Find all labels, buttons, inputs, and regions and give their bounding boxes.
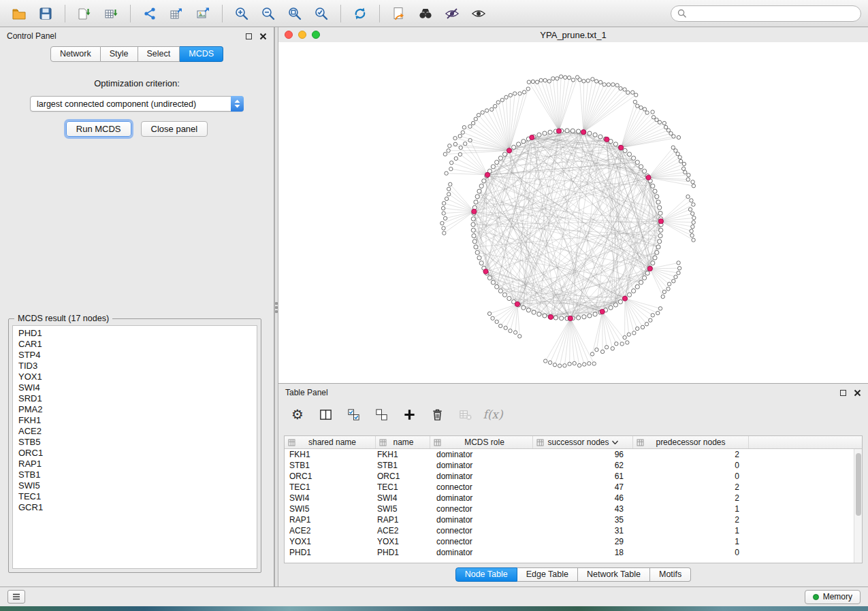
network-leaf-node[interactable]: [666, 287, 670, 291]
mcds-result-item[interactable]: YOX1: [13, 371, 257, 382]
network-leaf-node[interactable]: [677, 261, 680, 265]
network-leaf-node[interactable]: [504, 326, 507, 329]
network-leaf-node[interactable]: [526, 87, 530, 90]
network-leaf-node[interactable]: [631, 90, 634, 94]
column-header-shared-name[interactable]: shared name: [285, 436, 376, 448]
network-node[interactable]: [491, 280, 495, 284]
zoom-fit-button[interactable]: [283, 3, 307, 24]
network-leaf-node[interactable]: [586, 79, 590, 82]
tab-node-table[interactable]: Node Table: [455, 567, 517, 582]
network-leaf-node[interactable]: [634, 93, 638, 97]
tab-motifs[interactable]: Motifs: [650, 567, 691, 582]
network-leaf-node[interactable]: [595, 348, 598, 351]
network-node[interactable]: [543, 314, 547, 318]
network-leaf-node[interactable]: [539, 78, 543, 82]
table-row[interactable]: ACE2ACE2connector311: [285, 525, 862, 536]
network-node[interactable]: [577, 129, 581, 133]
network-leaf-node[interactable]: [592, 362, 596, 365]
network-leaf-node[interactable]: [513, 331, 517, 334]
mcds-result-item[interactable]: GCR1: [13, 502, 257, 513]
mcds-result-item[interactable]: RAP1: [13, 459, 257, 469]
network-dominator-node[interactable]: [581, 130, 585, 135]
network-node[interactable]: [471, 222, 475, 227]
scrollbar-thumb[interactable]: [856, 453, 861, 516]
network-leaf-node[interactable]: [491, 316, 494, 320]
network-leaf-node[interactable]: [527, 80, 530, 84]
network-leaf-node[interactable]: [602, 83, 606, 86]
mcds-result-item[interactable]: STP4: [13, 350, 257, 361]
network-leaf-node[interactable]: [643, 108, 646, 111]
mcds-result-item[interactable]: PMA2: [13, 404, 257, 415]
network-leaf-node[interactable]: [454, 156, 457, 160]
network-node[interactable]: [656, 245, 660, 249]
network-node[interactable]: [498, 156, 502, 160]
close-panel-button[interactable]: Close panel: [141, 121, 208, 137]
network-leaf-node[interactable]: [443, 231, 446, 235]
table-row[interactable]: STB1STB1dominator620: [285, 460, 862, 471]
table-row[interactable]: RAP1RAP1dominator352: [285, 514, 862, 525]
network-leaf-node[interactable]: [449, 167, 453, 171]
table-row[interactable]: SWI5SWI5connector431: [285, 503, 862, 514]
mcds-result-item[interactable]: FKH1: [13, 415, 257, 426]
network-leaf-node[interactable]: [558, 364, 561, 367]
network-leaf-node[interactable]: [509, 93, 512, 97]
table-row[interactable]: SWI4SWI4dominator462: [285, 493, 862, 503]
mcds-result-item[interactable]: STB1: [13, 469, 257, 480]
network-dominator-node[interactable]: [646, 175, 651, 180]
hide-selected-button[interactable]: [440, 3, 464, 24]
network-node[interactable]: [588, 131, 592, 135]
network-dominator-node[interactable]: [556, 129, 561, 133]
network-leaf-node[interactable]: [594, 80, 598, 83]
network-leaf-node[interactable]: [447, 187, 451, 191]
network-dominator-node[interactable]: [619, 145, 624, 150]
network-node[interactable]: [495, 284, 499, 288]
network-node[interactable]: [651, 184, 655, 188]
network-node[interactable]: [643, 169, 647, 174]
zoom-out-button[interactable]: [256, 3, 280, 24]
network-leaf-node[interactable]: [691, 212, 694, 215]
network-node[interactable]: [639, 280, 643, 284]
search-box[interactable]: [671, 5, 861, 22]
tab-edge-table[interactable]: Edge Table: [517, 567, 578, 582]
mcds-result-item[interactable]: PHD1: [13, 328, 257, 339]
network-leaf-node[interactable]: [611, 347, 614, 350]
network-leaf-node[interactable]: [619, 86, 622, 90]
network-leaf-node[interactable]: [676, 152, 679, 156]
network-dominator-node[interactable]: [568, 316, 573, 320]
network-leaf-node[interactable]: [458, 152, 462, 156]
network-leaf-node[interactable]: [686, 195, 690, 198]
network-leaf-node[interactable]: [442, 212, 445, 215]
network-leaf-node[interactable]: [448, 144, 451, 148]
network-node[interactable]: [537, 312, 541, 316]
export-network-file-button[interactable]: [387, 3, 411, 24]
mcds-result-item[interactable]: ORC1: [13, 448, 257, 459]
network-leaf-node[interactable]: [661, 295, 664, 298]
network-leaf-node[interactable]: [607, 83, 610, 86]
network-node[interactable]: [477, 256, 481, 260]
network-leaf-node[interactable]: [442, 227, 445, 230]
network-leaf-node[interactable]: [690, 199, 693, 202]
float-table-panel-button[interactable]: [840, 390, 846, 396]
network-leaf-node[interactable]: [445, 171, 448, 175]
tab-network[interactable]: Network: [50, 46, 101, 62]
network-node[interactable]: [498, 289, 502, 293]
network-leaf-node[interactable]: [447, 193, 451, 196]
network-leaf-node[interactable]: [667, 282, 671, 286]
network-node[interactable]: [521, 139, 526, 144]
column-header-mcds-role[interactable]: MCDS role: [430, 436, 533, 448]
network-leaf-node[interactable]: [692, 203, 695, 206]
network-leaf-node[interactable]: [692, 220, 695, 224]
network-node[interactable]: [502, 152, 507, 156]
close-panel-icon[interactable]: [259, 33, 267, 40]
network-leaf-node[interactable]: [490, 108, 494, 111]
network-leaf-node[interactable]: [645, 323, 648, 326]
network-leaf-node[interactable]: [553, 363, 556, 367]
export-network-button[interactable]: [138, 3, 162, 24]
network-node[interactable]: [482, 179, 486, 183]
network-node[interactable]: [507, 297, 511, 301]
network-node[interactable]: [623, 148, 627, 152]
network-leaf-node[interactable]: [649, 318, 652, 322]
network-dominator-node[interactable]: [658, 219, 663, 224]
network-dominator-node[interactable]: [530, 135, 534, 139]
network-node[interactable]: [609, 306, 613, 310]
